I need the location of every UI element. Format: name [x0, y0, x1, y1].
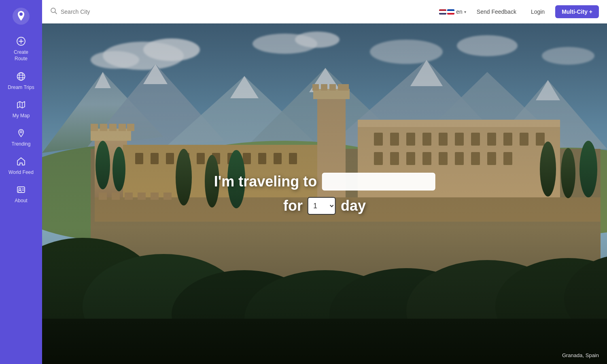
person-card-icon	[16, 185, 26, 196]
day-text: day	[341, 197, 366, 214]
search-container	[50, 7, 434, 16]
days-select[interactable]: 1 2 3 4 5 6 7 8 9 10	[308, 197, 336, 215]
sidebar-item-trending[interactable]: Trending	[3, 123, 39, 152]
svg-point-11	[20, 131, 22, 133]
chevron-down-icon: ▾	[464, 10, 466, 14]
sidebar-item-dream-trips[interactable]: Dream Trips	[3, 67, 39, 95]
days-row: for 1 2 3 4 5 6 7 8 9 10 day	[283, 197, 366, 215]
search-icon	[50, 7, 57, 16]
svg-point-5	[17, 73, 25, 80]
hero-section: I'm traveling to for 1 2 3 4 5 6 7 8 9 1…	[42, 23, 607, 364]
traveling-row: I'm traveling to	[214, 173, 435, 190]
svg-point-1	[19, 13, 23, 16]
globe-icon	[16, 72, 26, 83]
map-icon	[16, 100, 26, 111]
search-input[interactable]	[61, 8, 158, 15]
im-traveling-text: I'm traveling to	[214, 173, 317, 190]
svg-line-17	[55, 12, 57, 14]
language-selector[interactable]: en ▾	[439, 8, 466, 15]
logo[interactable]	[10, 5, 32, 28]
sidebar: Create Route Dream Trips My Map	[0, 0, 42, 364]
sidebar-item-label: World Feed	[8, 169, 34, 175]
sidebar-item-label: Create Route	[14, 49, 28, 62]
sidebar-item-label: About	[15, 198, 27, 203]
sidebar-item-create-route[interactable]: Create Route	[3, 32, 39, 67]
sidebar-item-label: My Map	[13, 113, 30, 119]
header: en ▾ Send Feedback Login Multi-City +	[42, 0, 607, 23]
location-icon	[16, 128, 26, 140]
flag-icons	[439, 9, 454, 15]
sidebar-item-world-feed[interactable]: World Feed	[3, 152, 39, 180]
main-content: en ▾ Send Feedback Login Multi-City +	[42, 0, 607, 364]
for-text: for	[283, 197, 303, 214]
header-right: en ▾ Send Feedback Login Multi-City +	[439, 5, 599, 18]
plus-circle-icon	[16, 36, 26, 48]
sidebar-item-about[interactable]: About	[3, 180, 39, 208]
login-button[interactable]: Login	[527, 6, 549, 17]
city-search-input[interactable]	[322, 173, 435, 190]
hero-content: I'm traveling to for 1 2 3 4 5 6 7 8 9 1…	[214, 173, 435, 215]
multi-city-button[interactable]: Multi-City +	[555, 5, 599, 18]
location-badge: Granada, Spain	[562, 352, 599, 358]
send-feedback-button[interactable]: Send Feedback	[473, 6, 520, 17]
sidebar-item-label: Dream Trips	[8, 85, 34, 90]
svg-point-6	[19, 73, 23, 80]
home-icon	[16, 157, 26, 168]
sidebar-item-label: Trending	[12, 141, 31, 147]
lang-text: en	[456, 8, 463, 15]
sidebar-item-my-map[interactable]: My Map	[3, 95, 39, 123]
